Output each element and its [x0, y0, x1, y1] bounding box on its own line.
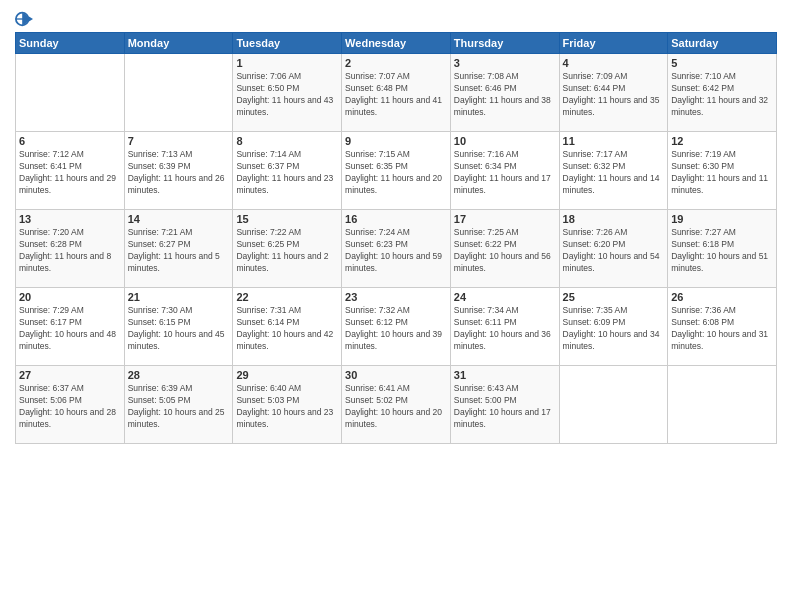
day-cell: 1Sunrise: 7:06 AMSunset: 6:50 PMDaylight… — [233, 54, 342, 132]
header-row: SundayMondayTuesdayWednesdayThursdayFrid… — [16, 33, 777, 54]
day-cell: 20Sunrise: 7:29 AMSunset: 6:17 PMDayligh… — [16, 288, 125, 366]
day-cell: 2Sunrise: 7:07 AMSunset: 6:48 PMDaylight… — [342, 54, 451, 132]
day-detail: Sunrise: 7:13 AMSunset: 6:39 PMDaylight:… — [128, 149, 230, 197]
day-detail: Sunrise: 7:25 AMSunset: 6:22 PMDaylight:… — [454, 227, 556, 275]
day-cell: 26Sunrise: 7:36 AMSunset: 6:08 PMDayligh… — [668, 288, 777, 366]
day-cell — [559, 366, 668, 444]
day-detail: Sunrise: 7:10 AMSunset: 6:42 PMDaylight:… — [671, 71, 773, 119]
day-number: 26 — [671, 291, 773, 303]
day-detail: Sunrise: 7:36 AMSunset: 6:08 PMDaylight:… — [671, 305, 773, 353]
day-detail: Sunrise: 7:12 AMSunset: 6:41 PMDaylight:… — [19, 149, 121, 197]
day-detail: Sunrise: 6:37 AMSunset: 5:06 PMDaylight:… — [19, 383, 121, 431]
day-cell: 3Sunrise: 7:08 AMSunset: 6:46 PMDaylight… — [450, 54, 559, 132]
day-detail: Sunrise: 7:35 AMSunset: 6:09 PMDaylight:… — [563, 305, 665, 353]
calendar-table: SundayMondayTuesdayWednesdayThursdayFrid… — [15, 32, 777, 444]
day-number: 13 — [19, 213, 121, 225]
day-detail: Sunrise: 7:34 AMSunset: 6:11 PMDaylight:… — [454, 305, 556, 353]
day-number: 3 — [454, 57, 556, 69]
day-detail: Sunrise: 7:29 AMSunset: 6:17 PMDaylight:… — [19, 305, 121, 353]
week-row-3: 13Sunrise: 7:20 AMSunset: 6:28 PMDayligh… — [16, 210, 777, 288]
day-number: 16 — [345, 213, 447, 225]
day-number: 15 — [236, 213, 338, 225]
day-cell: 8Sunrise: 7:14 AMSunset: 6:37 PMDaylight… — [233, 132, 342, 210]
day-cell: 4Sunrise: 7:09 AMSunset: 6:44 PMDaylight… — [559, 54, 668, 132]
day-number: 10 — [454, 135, 556, 147]
calendar-container: SundayMondayTuesdayWednesdayThursdayFrid… — [0, 0, 792, 449]
day-detail: Sunrise: 7:20 AMSunset: 6:28 PMDaylight:… — [19, 227, 121, 275]
day-detail: Sunrise: 7:17 AMSunset: 6:32 PMDaylight:… — [563, 149, 665, 197]
day-detail: Sunrise: 7:14 AMSunset: 6:37 PMDaylight:… — [236, 149, 338, 197]
day-cell: 10Sunrise: 7:16 AMSunset: 6:34 PMDayligh… — [450, 132, 559, 210]
day-cell — [668, 366, 777, 444]
day-number: 20 — [19, 291, 121, 303]
day-number: 31 — [454, 369, 556, 381]
day-number: 12 — [671, 135, 773, 147]
day-detail: Sunrise: 7:07 AMSunset: 6:48 PMDaylight:… — [345, 71, 447, 119]
day-cell: 21Sunrise: 7:30 AMSunset: 6:15 PMDayligh… — [124, 288, 233, 366]
week-row-2: 6Sunrise: 7:12 AMSunset: 6:41 PMDaylight… — [16, 132, 777, 210]
day-detail: Sunrise: 6:43 AMSunset: 5:00 PMDaylight:… — [454, 383, 556, 431]
day-detail: Sunrise: 7:19 AMSunset: 6:30 PMDaylight:… — [671, 149, 773, 197]
day-header-saturday: Saturday — [668, 33, 777, 54]
day-number: 18 — [563, 213, 665, 225]
day-cell: 23Sunrise: 7:32 AMSunset: 6:12 PMDayligh… — [342, 288, 451, 366]
day-cell: 22Sunrise: 7:31 AMSunset: 6:14 PMDayligh… — [233, 288, 342, 366]
day-detail: Sunrise: 7:24 AMSunset: 6:23 PMDaylight:… — [345, 227, 447, 275]
day-number: 22 — [236, 291, 338, 303]
day-header-tuesday: Tuesday — [233, 33, 342, 54]
day-number: 8 — [236, 135, 338, 147]
day-cell: 14Sunrise: 7:21 AMSunset: 6:27 PMDayligh… — [124, 210, 233, 288]
logo-icon — [15, 10, 33, 28]
day-cell: 24Sunrise: 7:34 AMSunset: 6:11 PMDayligh… — [450, 288, 559, 366]
day-cell: 17Sunrise: 7:25 AMSunset: 6:22 PMDayligh… — [450, 210, 559, 288]
day-cell: 13Sunrise: 7:20 AMSunset: 6:28 PMDayligh… — [16, 210, 125, 288]
day-cell: 9Sunrise: 7:15 AMSunset: 6:35 PMDaylight… — [342, 132, 451, 210]
day-detail: Sunrise: 7:26 AMSunset: 6:20 PMDaylight:… — [563, 227, 665, 275]
week-row-1: 1Sunrise: 7:06 AMSunset: 6:50 PMDaylight… — [16, 54, 777, 132]
day-header-wednesday: Wednesday — [342, 33, 451, 54]
day-detail: Sunrise: 6:40 AMSunset: 5:03 PMDaylight:… — [236, 383, 338, 431]
day-number: 7 — [128, 135, 230, 147]
day-number: 24 — [454, 291, 556, 303]
day-detail: Sunrise: 7:06 AMSunset: 6:50 PMDaylight:… — [236, 71, 338, 119]
day-cell: 28Sunrise: 6:39 AMSunset: 5:05 PMDayligh… — [124, 366, 233, 444]
day-number: 27 — [19, 369, 121, 381]
logo — [15, 10, 35, 28]
day-number: 19 — [671, 213, 773, 225]
day-cell: 6Sunrise: 7:12 AMSunset: 6:41 PMDaylight… — [16, 132, 125, 210]
day-header-thursday: Thursday — [450, 33, 559, 54]
day-detail: Sunrise: 7:21 AMSunset: 6:27 PMDaylight:… — [128, 227, 230, 275]
day-number: 29 — [236, 369, 338, 381]
day-number: 25 — [563, 291, 665, 303]
day-number: 6 — [19, 135, 121, 147]
day-detail: Sunrise: 6:39 AMSunset: 5:05 PMDaylight:… — [128, 383, 230, 431]
day-header-monday: Monday — [124, 33, 233, 54]
day-number: 23 — [345, 291, 447, 303]
day-detail: Sunrise: 6:41 AMSunset: 5:02 PMDaylight:… — [345, 383, 447, 431]
week-row-4: 20Sunrise: 7:29 AMSunset: 6:17 PMDayligh… — [16, 288, 777, 366]
day-cell: 19Sunrise: 7:27 AMSunset: 6:18 PMDayligh… — [668, 210, 777, 288]
day-cell — [124, 54, 233, 132]
day-header-sunday: Sunday — [16, 33, 125, 54]
day-cell: 5Sunrise: 7:10 AMSunset: 6:42 PMDaylight… — [668, 54, 777, 132]
day-number: 5 — [671, 57, 773, 69]
day-cell: 31Sunrise: 6:43 AMSunset: 5:00 PMDayligh… — [450, 366, 559, 444]
day-detail: Sunrise: 7:09 AMSunset: 6:44 PMDaylight:… — [563, 71, 665, 119]
day-cell: 15Sunrise: 7:22 AMSunset: 6:25 PMDayligh… — [233, 210, 342, 288]
day-header-friday: Friday — [559, 33, 668, 54]
day-number: 14 — [128, 213, 230, 225]
week-row-5: 27Sunrise: 6:37 AMSunset: 5:06 PMDayligh… — [16, 366, 777, 444]
header — [15, 10, 777, 28]
day-number: 4 — [563, 57, 665, 69]
day-number: 17 — [454, 213, 556, 225]
day-cell: 30Sunrise: 6:41 AMSunset: 5:02 PMDayligh… — [342, 366, 451, 444]
day-detail: Sunrise: 7:08 AMSunset: 6:46 PMDaylight:… — [454, 71, 556, 119]
day-detail: Sunrise: 7:27 AMSunset: 6:18 PMDaylight:… — [671, 227, 773, 275]
day-cell: 29Sunrise: 6:40 AMSunset: 5:03 PMDayligh… — [233, 366, 342, 444]
day-number: 11 — [563, 135, 665, 147]
day-cell: 16Sunrise: 7:24 AMSunset: 6:23 PMDayligh… — [342, 210, 451, 288]
day-cell — [16, 54, 125, 132]
day-cell: 25Sunrise: 7:35 AMSunset: 6:09 PMDayligh… — [559, 288, 668, 366]
day-detail: Sunrise: 7:32 AMSunset: 6:12 PMDaylight:… — [345, 305, 447, 353]
day-number: 2 — [345, 57, 447, 69]
